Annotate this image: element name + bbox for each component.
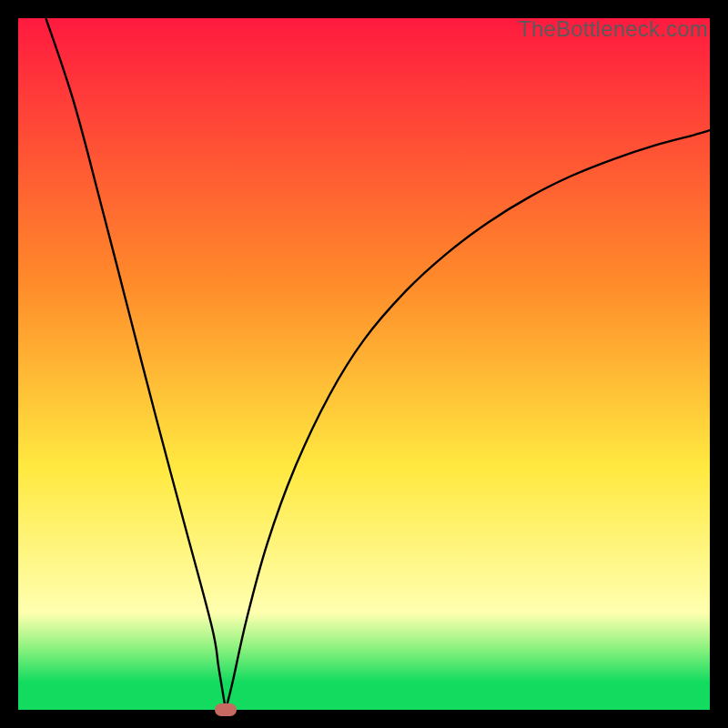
- svg-rect-0: [18, 18, 710, 710]
- chart-frame: TheBottleneck.com: [18, 18, 710, 710]
- watermark-label: TheBottleneck.com: [518, 16, 708, 42]
- gradient-background: [18, 18, 710, 710]
